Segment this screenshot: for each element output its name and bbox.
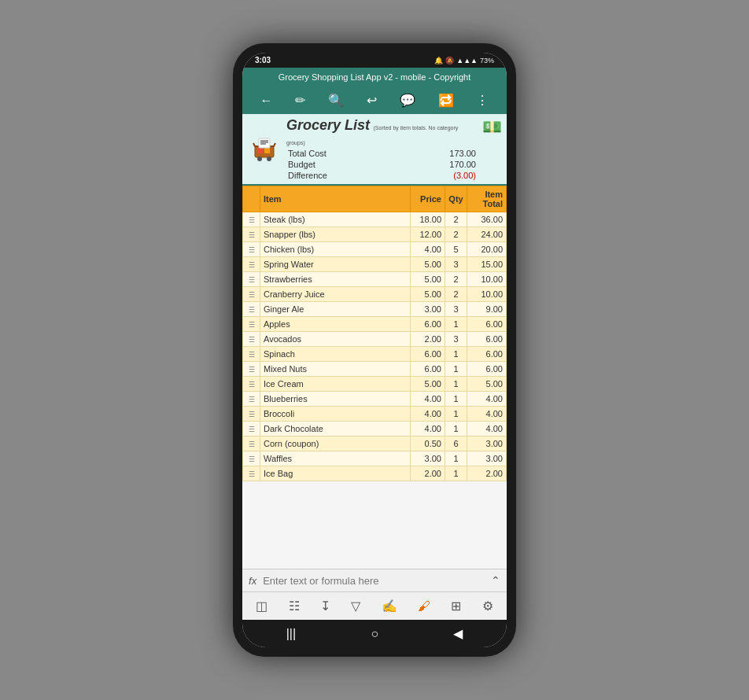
row-price: 6.00	[411, 347, 445, 362]
row-qty: 1	[445, 407, 467, 422]
table-row[interactable]: ☰ Broccoli 4.00 1 4.00	[243, 407, 507, 422]
table-row[interactable]: ☰ Strawberries 5.00 2 10.00	[243, 272, 507, 287]
status-bar: 3:03 🔔 🔕 ▲▲▲ 73%	[242, 53, 507, 68]
row-qty: 1	[445, 451, 467, 466]
row-total: 5.00	[467, 377, 507, 392]
row-item: Waffles	[260, 451, 411, 466]
table-row[interactable]: ☰ Avocados 2.00 3 6.00	[243, 332, 507, 347]
table-row[interactable]: ☰ Steak (lbs) 18.00 2 36.00	[243, 212, 507, 227]
difference-label: Difference	[286, 170, 399, 181]
sort-icon[interactable]: ↧	[318, 597, 333, 615]
comment-icon[interactable]: 💬	[397, 91, 419, 109]
row-item: Spring Water	[260, 257, 411, 272]
search-icon[interactable]: 🔍	[325, 91, 347, 109]
row-qty: 1	[445, 347, 467, 362]
row-item: Corn (coupon)	[260, 437, 411, 451]
row-price: 5.00	[411, 377, 445, 392]
filter-icon[interactable]: ▽	[349, 597, 363, 615]
table-row[interactable]: ☰ Mixed Nuts 6.00 1 6.00	[243, 362, 507, 377]
share-icon[interactable]: 🔁	[435, 91, 457, 109]
row-price: 4.00	[411, 407, 445, 422]
row-price: 5.00	[411, 272, 445, 287]
settings-icon[interactable]: ⚙	[480, 597, 496, 615]
paint-icon[interactable]: 🖌	[415, 598, 433, 615]
cart-icon	[247, 132, 282, 167]
status-time: 3:03	[255, 56, 271, 64]
row-icon: ☰	[243, 437, 260, 451]
more-icon[interactable]: ⋮	[473, 91, 492, 109]
grocery-title-row: Grocery List (Sorted by item totals. No …	[286, 117, 478, 148]
row-item: Broccoli	[260, 407, 411, 422]
row-total: 4.00	[467, 422, 507, 437]
table-row[interactable]: ☰ Ice Bag 2.00 1 2.00	[243, 466, 507, 481]
row-item: Snapper (lbs)	[260, 227, 411, 242]
budget-value: 170.00	[399, 159, 478, 170]
table-row[interactable]: ☰ Apples 6.00 1 6.00	[243, 317, 507, 332]
row-qty: 3	[445, 332, 467, 347]
row-price: 3.00	[411, 302, 445, 317]
row-item: Blueberries	[260, 392, 411, 407]
formula-chevron: ⌃	[491, 574, 500, 587]
row-item: Dark Chocolate	[260, 422, 411, 437]
header-stats: Total Cost 173.00 Budget 170.00 Differen…	[286, 148, 478, 181]
table-row[interactable]: ☰ Spinach 6.00 1 6.00	[243, 347, 507, 362]
hand-icon[interactable]: ✍	[379, 597, 400, 615]
table-row[interactable]: ☰ Ginger Ale 3.00 3 9.00	[243, 302, 507, 317]
row-icon: ☰	[243, 317, 260, 332]
header-total: Item Total	[467, 186, 507, 212]
row-item: Avocados	[260, 332, 411, 347]
row-item: Ginger Ale	[260, 302, 411, 317]
table-row[interactable]: ☰ Waffles 3.00 1 3.00	[243, 451, 507, 466]
battery-icon: 73%	[480, 57, 494, 64]
table-row[interactable]: ☰ Cranberry Juice 5.00 2 10.00	[243, 287, 507, 302]
row-icon: ☰	[243, 302, 260, 317]
row-price: 4.00	[411, 242, 445, 257]
table-row[interactable]: ☰ Spring Water 5.00 3 15.00	[243, 257, 507, 272]
table-row[interactable]: ☰ Dark Chocolate 4.00 1 4.00	[243, 422, 507, 437]
row-item: Steak (lbs)	[260, 212, 411, 227]
nav-back[interactable]: ◀	[453, 626, 463, 641]
status-icons: 🔔 🔕 ▲▲▲ 73%	[434, 57, 494, 64]
alarm-icon: 🔔	[434, 57, 443, 64]
formula-input[interactable]	[263, 575, 485, 587]
row-item: Chicken (lbs)	[260, 242, 411, 257]
row-total: 6.00	[467, 347, 507, 362]
row-total: 10.00	[467, 287, 507, 302]
edit-icon[interactable]: ✏	[292, 91, 308, 109]
bottom-toolbar: ◫ ☷ ↧ ▽ ✍ 🖌 ⊞ ⚙	[242, 591, 507, 620]
nav-menu[interactable]: |||	[286, 627, 296, 641]
screen-icon[interactable]: ◫	[253, 597, 270, 615]
row-icon: ☰	[243, 377, 260, 392]
row-qty: 1	[445, 422, 467, 437]
header-item: Item	[260, 186, 411, 212]
row-qty: 1	[445, 317, 467, 332]
row-price: 2.00	[411, 332, 445, 347]
nav-home[interactable]: ○	[371, 627, 378, 641]
table-row[interactable]: ☰ Ice Cream 5.00 1 5.00	[243, 377, 507, 392]
row-price: 5.00	[411, 257, 445, 272]
row-total: 3.00	[467, 451, 507, 466]
row-total: 6.00	[467, 362, 507, 377]
signal-icon: ▲▲▲	[456, 57, 478, 64]
row-item: Ice Cream	[260, 377, 411, 392]
table-row[interactable]: ☰ Blueberries 4.00 1 4.00	[243, 392, 507, 407]
nav-bar: ||| ○ ◀	[242, 620, 507, 647]
table-row[interactable]: ☰ Chicken (lbs) 4.00 5 20.00	[243, 242, 507, 257]
difference-value: (3.00)	[399, 170, 478, 181]
total-cost-value: 173.00	[399, 148, 478, 159]
row-price: 3.00	[411, 451, 445, 466]
row-price: 6.00	[411, 362, 445, 377]
row-qty: 2	[445, 227, 467, 242]
undo-icon[interactable]: ↩	[363, 91, 380, 109]
table-icon[interactable]: ⊞	[448, 597, 463, 615]
table-row[interactable]: ☰ Corn (coupon) 0.50 6 3.00	[243, 437, 507, 451]
top-toolbar: ← ✏ 🔍 ↩ 💬 🔁 ⋮	[242, 87, 507, 114]
table-row[interactable]: ☰ Snapper (lbs) 12.00 2 24.00	[243, 227, 507, 242]
row-qty: 5	[445, 242, 467, 257]
header-section: Grocery List (Sorted by item totals. No …	[242, 114, 507, 186]
list-icon[interactable]: ☷	[286, 597, 302, 615]
back-button[interactable]: ←	[256, 92, 275, 109]
row-price: 18.00	[411, 212, 445, 227]
row-total: 4.00	[467, 392, 507, 407]
row-price: 4.00	[411, 422, 445, 437]
